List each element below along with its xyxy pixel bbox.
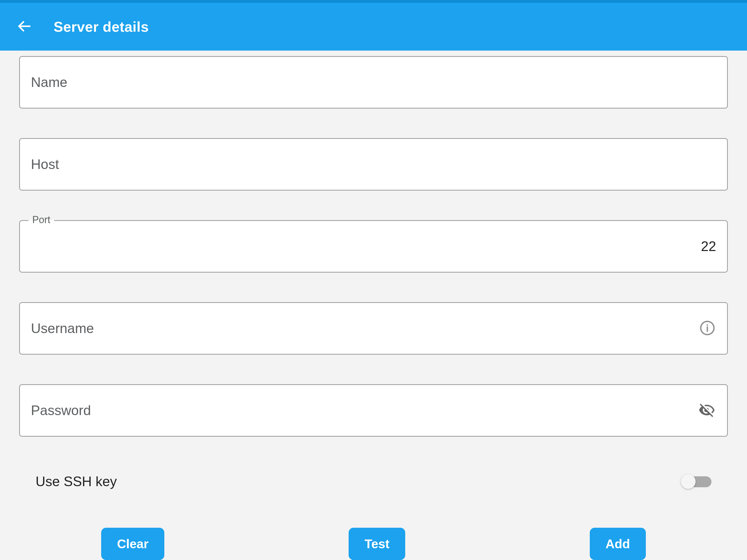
host-field-wrap — [19, 138, 728, 190]
switch-thumb — [681, 474, 696, 489]
action-buttons: Clear Test Add — [19, 528, 728, 560]
arrow-back-icon — [17, 19, 32, 35]
name-field-wrap — [19, 56, 728, 108]
visibility-off-icon — [698, 402, 715, 419]
port-field-wrap: Port — [19, 220, 728, 273]
ssh-key-label: Use SSH key — [35, 474, 117, 489]
page-title: Server details — [54, 19, 149, 35]
info-icon — [699, 320, 715, 337]
server-form: Port Use SSH key — [0, 51, 747, 560]
svg-point-3 — [706, 324, 708, 326]
ssh-key-row: Use SSH key — [19, 474, 728, 489]
username-input[interactable] — [19, 302, 728, 355]
password-field-wrap — [19, 384, 728, 437]
add-button[interactable]: Add — [590, 528, 646, 560]
toggle-password-visibility-button[interactable] — [696, 400, 718, 422]
name-input[interactable] — [19, 56, 728, 108]
back-button[interactable] — [14, 16, 34, 37]
port-input[interactable] — [19, 220, 728, 273]
test-button[interactable]: Test — [349, 528, 405, 560]
username-info-button[interactable] — [697, 318, 718, 339]
app-bar: Server details — [0, 0, 747, 51]
ssh-key-toggle[interactable] — [681, 474, 712, 489]
password-input[interactable] — [19, 384, 728, 437]
host-input[interactable] — [19, 138, 728, 190]
username-field-wrap — [19, 302, 728, 355]
clear-button[interactable]: Clear — [101, 528, 164, 560]
port-label: Port — [28, 214, 54, 226]
